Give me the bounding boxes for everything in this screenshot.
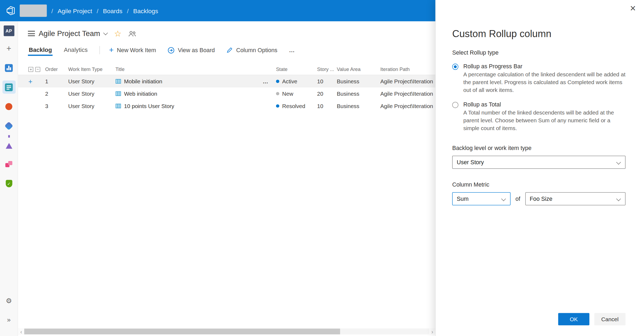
cell-story-points: 10 xyxy=(315,103,334,109)
favorite-star-icon[interactable]: ☆ xyxy=(114,30,121,38)
team-members-icon[interactable] xyxy=(128,30,137,37)
column-header-state[interactable]: State xyxy=(274,67,315,72)
cell-iteration-path: Agile Project\Iteration xyxy=(378,78,435,84)
breadcrumb-project[interactable]: Agile Project xyxy=(58,7,92,14)
backlog-level-label: Backlog level or work item type xyxy=(452,145,625,151)
metric-select[interactable]: Sum xyxy=(452,192,510,205)
tab-backlog[interactable]: Backlog xyxy=(28,42,53,58)
state-dot xyxy=(276,92,279,95)
new-work-item-label: New Work Item xyxy=(117,47,156,53)
state-dot xyxy=(276,80,279,83)
column-header-value-area[interactable]: Value Area xyxy=(334,67,378,72)
column-header-iteration-path[interactable]: Iteration Path xyxy=(378,67,435,72)
backlog-level-value: User Story xyxy=(457,159,484,165)
dashboards-icon xyxy=(5,64,13,72)
rollup-total-option[interactable]: Rollup as Total A Total number of the li… xyxy=(452,101,625,132)
user-story-icon xyxy=(115,103,121,109)
metric-value: Sum xyxy=(457,195,468,202)
rail-bottom: ⚙ » xyxy=(2,294,15,336)
tab-analytics[interactable]: Analytics xyxy=(63,42,88,58)
add-child-button[interactable]: + xyxy=(28,78,32,85)
rail-item-repos[interactable] xyxy=(2,100,15,113)
cell-value-area: Business xyxy=(334,91,378,97)
column-metric-row: Sum of Foo Size xyxy=(452,192,625,205)
scrollbar-thumb[interactable] xyxy=(24,328,340,334)
column-options-icon xyxy=(226,47,233,53)
boards-icon xyxy=(5,83,13,91)
team-icon xyxy=(28,31,35,37)
expand-all-icon[interactable]: + xyxy=(28,67,33,72)
row-more-button[interactable]: … xyxy=(263,78,269,84)
rollup-progress-bar-option[interactable]: Rollup as Progress Bar A percentage calc… xyxy=(452,63,625,94)
column-header-title[interactable]: Title xyxy=(113,67,273,72)
field-select[interactable]: Foo Size xyxy=(525,192,625,205)
app-window: / Agile Project / Boards / Backlogs AP +… xyxy=(0,0,644,336)
double-chevron-right-icon: » xyxy=(7,317,11,323)
toolbar-more-button[interactable]: … xyxy=(289,47,295,53)
breadcrumb-backlogs[interactable]: Backlogs xyxy=(133,7,158,14)
artifacts-icon xyxy=(5,160,13,168)
breadcrumb-separator: / xyxy=(97,7,98,14)
team-title[interactable]: Agile Project Team xyxy=(39,29,100,38)
custom-rollup-panel: × Custom Rollup column Select Rollup typ… xyxy=(435,0,644,336)
breadcrumb-separator: / xyxy=(51,7,53,14)
new-work-item-button[interactable]: + New Work Item xyxy=(109,47,156,53)
repos-icon xyxy=(5,103,12,110)
rail-item-boards[interactable] xyxy=(2,81,15,94)
work-item-title-link[interactable]: 10 points User Story xyxy=(124,103,174,109)
rail-item-artifacts[interactable] xyxy=(2,158,15,171)
rail-item-dashboards[interactable] xyxy=(2,61,15,74)
close-icon[interactable]: × xyxy=(630,3,636,13)
view-as-board-button[interactable]: View as Board xyxy=(167,47,215,53)
left-rail: AP + ✓ ⚙ » xyxy=(0,21,18,336)
column-options-label: Column Options xyxy=(236,47,277,53)
radio-icon[interactable] xyxy=(452,64,458,70)
scrollbar-track[interactable] xyxy=(24,328,429,334)
org-name-redacted[interactable] xyxy=(20,5,47,17)
field-value: Foo Size xyxy=(530,195,552,202)
column-header-order[interactable]: Order xyxy=(43,67,66,72)
table-row[interactable]: 3 User Story 10 points User Story Resolv… xyxy=(18,100,435,112)
horizontal-scrollbar[interactable]: ‹ › xyxy=(18,328,435,335)
cell-order: 1 xyxy=(43,78,66,84)
cell-work-item-type: User Story xyxy=(66,91,113,97)
chevron-down-icon[interactable] xyxy=(103,30,108,35)
work-item-title-link[interactable]: Mobile initiation xyxy=(124,78,162,84)
scroll-left-icon[interactable]: ‹ xyxy=(18,328,24,335)
tab-analytics-label: Analytics xyxy=(64,46,88,53)
work-item-title-link[interactable]: Web initiation xyxy=(124,91,157,97)
backlog-level-select[interactable]: User Story xyxy=(452,156,625,169)
table-row[interactable]: + 1 User Story Mobile initiation … Activ… xyxy=(18,75,435,88)
rail-item-pipelines[interactable] xyxy=(2,119,15,132)
table-header-row: + − Order Work Item Type Title State Sto… xyxy=(18,64,435,75)
column-options-button[interactable]: Column Options xyxy=(226,47,277,53)
column-header-work-item-type[interactable]: Work Item Type xyxy=(66,67,113,72)
cell-state: Active xyxy=(282,78,297,84)
plus-icon: + xyxy=(6,44,11,53)
rail-item-test-plans[interactable] xyxy=(2,138,15,152)
ok-button[interactable]: OK xyxy=(558,313,589,325)
settings-button[interactable]: ⚙ xyxy=(2,294,15,307)
breadcrumb-boards[interactable]: Boards xyxy=(103,7,123,14)
rollup-progress-bar-label[interactable]: Rollup as Progress Bar xyxy=(463,63,626,69)
cancel-button[interactable]: Cancel xyxy=(594,313,625,325)
table-row[interactable]: 2 User Story Web initiation New 20 Busin… xyxy=(18,87,435,100)
collapse-all-icon[interactable]: − xyxy=(35,67,40,72)
expand-rail-button[interactable]: » xyxy=(2,313,15,327)
rollup-progress-bar-description: A percentage calculation of the linked d… xyxy=(463,71,626,94)
column-header-story-points[interactable]: Story ... xyxy=(315,67,334,72)
column-metric-label: Column Metric xyxy=(452,181,625,188)
shield-icon: ✓ xyxy=(6,180,12,187)
rollup-total-label[interactable]: Rollup as Total xyxy=(463,101,626,108)
radio-icon[interactable] xyxy=(452,102,458,108)
azure-devops-logo-glyph xyxy=(6,6,16,16)
pipelines-icon xyxy=(5,121,13,130)
user-story-icon xyxy=(115,78,121,84)
rail-add-button[interactable]: + xyxy=(2,42,15,55)
azure-devops-logo[interactable] xyxy=(6,6,16,16)
rail-item-compliance[interactable]: ✓ xyxy=(2,177,15,190)
more-icon: … xyxy=(289,47,295,53)
avatar[interactable]: AP xyxy=(3,26,14,36)
scroll-right-icon[interactable]: › xyxy=(429,328,435,335)
cell-story-points: 10 xyxy=(315,78,334,84)
